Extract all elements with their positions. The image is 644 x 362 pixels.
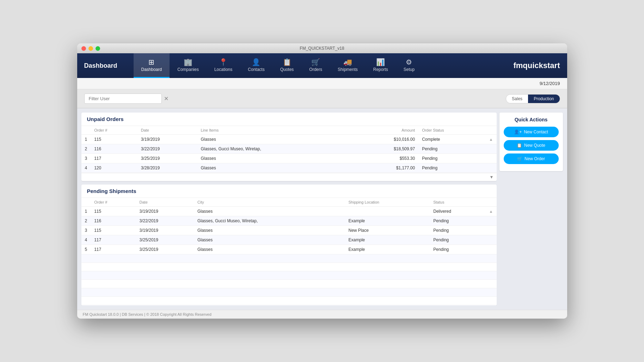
companies-icon: 🏢	[184, 59, 192, 66]
row-action	[486, 245, 497, 254]
pending-shipments-section: Pending Shipments Order # Date City Ship…	[81, 185, 497, 306]
minimize-button[interactable]	[88, 46, 93, 51]
nav-companies[interactable]: 🏢 Companies	[170, 53, 207, 78]
new-order-label: New Order	[525, 156, 545, 161]
line-items: Glasses, Gucci Museo, Wiretap,	[197, 144, 353, 154]
sub-header: 9/12/2019	[77, 78, 567, 89]
quick-actions-title: Quick Actions	[504, 117, 559, 122]
brand-name: fmquickstart	[513, 61, 560, 70]
unpaid-orders-section: Unpaid Orders Order # Date Line Items Am…	[81, 113, 497, 181]
nav-reports[interactable]: 📊 Reports	[366, 53, 396, 78]
col-order: Order #	[91, 198, 136, 207]
order-num: 115	[91, 226, 136, 235]
order-num: 120	[91, 163, 137, 173]
pending-shipments-title: Pending Shipments	[81, 185, 497, 198]
nav-locations[interactable]: 📍 Locations	[207, 53, 240, 78]
filter-clear-icon[interactable]: ✕	[164, 95, 168, 102]
empty-row	[81, 297, 497, 305]
row-num: 4	[81, 163, 91, 173]
row-num: 4	[81, 235, 91, 245]
nav-companies-label: Companies	[177, 67, 199, 72]
row-action	[486, 154, 497, 163]
filter-user-input[interactable]	[84, 93, 162, 104]
table-row[interactable]: 4 117 3/25/2019 Glasses Example Pending	[81, 235, 497, 245]
new-order-button[interactable]: 🛒 New Order	[504, 153, 559, 164]
col-date: Date	[136, 198, 194, 207]
table-row[interactable]: 2 116 3/22/2019 Glasses, Gucci Museo, Wi…	[81, 144, 497, 154]
status: Pending	[430, 245, 485, 254]
row-num: 1	[81, 135, 91, 144]
row-num: 2	[81, 144, 91, 154]
status: Pending	[430, 216, 485, 226]
order-date: 3/19/2019	[137, 135, 197, 144]
new-quote-button[interactable]: 📋 New Quote	[504, 140, 559, 151]
col-amount: Amount	[353, 126, 418, 135]
amount: $10,016.00	[353, 135, 418, 144]
nav-dashboard[interactable]: ⊞ Dashboard	[134, 53, 170, 78]
maximize-button[interactable]	[96, 46, 100, 51]
table-row[interactable]: 4 120 3/28/2019 Glasses $1,177.00 Pendin…	[81, 163, 497, 173]
row-action	[486, 235, 497, 245]
col-num	[81, 126, 91, 135]
window-title: FM_QUICKSTART_v18	[300, 46, 344, 51]
order-num: 115	[91, 207, 136, 216]
close-button[interactable]	[81, 46, 86, 51]
toggle-sales-button[interactable]: Sales	[506, 95, 528, 103]
pending-shipments-table: Order # Date City Shipping Location Stat…	[81, 198, 497, 306]
table-row[interactable]: 3 117 3/25/2019 Glasses $553.30 Pending	[81, 154, 497, 163]
title-bar: FM_QUICKSTART_v18	[77, 43, 567, 53]
table-row[interactable]: 5 117 3/25/2019 Glasses Example Pending	[81, 245, 497, 254]
new-quote-label: New Quote	[524, 143, 545, 148]
table-row[interactable]: 1 115 3/19/2019 Glasses Delivered ▲	[81, 207, 497, 216]
order-date: 3/25/2019	[136, 245, 194, 254]
unpaid-orders-title: Unpaid Orders	[81, 113, 497, 126]
nav-locations-label: Locations	[214, 67, 232, 72]
content-right: Quick Actions 👤+ New Contact 📋 New Quote…	[499, 113, 563, 306]
nav-bar: Dashboard ⊞ Dashboard 🏢 Companies 📍 Loca…	[77, 53, 567, 78]
table-row[interactable]: 1 115 3/19/2019 Glasses $10,016.00 Compl…	[81, 135, 497, 144]
nav-setup[interactable]: ⚙ Setup	[396, 53, 422, 78]
order-num: 116	[91, 216, 136, 226]
status: Pending	[430, 235, 485, 245]
nav-setup-label: Setup	[404, 67, 415, 72]
unpaid-scroll-down[interactable]: ▼	[81, 173, 497, 181]
nav-quotes[interactable]: 📋 Quotes	[272, 53, 302, 78]
line-items: Glasses	[197, 154, 353, 163]
row-num: 2	[81, 216, 91, 226]
contacts-icon: 👤	[252, 59, 260, 66]
status: Pending	[418, 144, 485, 154]
footer: FM Quickstart 18.0.0 | DB Services | © 2…	[77, 310, 567, 319]
order-date: 3/25/2019	[137, 154, 197, 163]
col-num	[81, 198, 91, 207]
row-num: 5	[81, 245, 91, 254]
order-date: 3/22/2019	[137, 144, 197, 154]
nav-orders[interactable]: 🛒 Orders	[301, 53, 330, 78]
new-contact-button[interactable]: 👤+ New Contact	[504, 127, 559, 137]
nav-contacts[interactable]: 👤 Contacts	[240, 53, 272, 78]
row-num: 1	[81, 207, 91, 216]
city: Glasses	[194, 235, 345, 245]
row-action: ▲	[486, 135, 497, 144]
nav-orders-label: Orders	[309, 67, 322, 72]
table-row[interactable]: 2 116 3/22/2019 Glasses, Gucci Museo, Wi…	[81, 216, 497, 226]
empty-row	[81, 263, 497, 271]
col-location: Shipping Location	[345, 198, 430, 207]
row-action	[486, 216, 497, 226]
nav-shipments[interactable]: 🚚 Shipments	[330, 53, 366, 78]
city: Glasses	[194, 245, 345, 254]
table-row[interactable]: 3 115 3/19/2019 Glasses New Place Pendin…	[81, 226, 497, 235]
app-name-label: Dashboard	[84, 62, 117, 70]
col-date: Date	[137, 126, 197, 135]
status: Pending	[430, 226, 485, 235]
chevron-down-icon: ▼	[490, 175, 494, 180]
row-num: 3	[81, 226, 91, 235]
row-num: 3	[81, 154, 91, 163]
toggle-production-button[interactable]: Production	[528, 95, 559, 103]
person-add-icon: 👤+	[514, 129, 522, 134]
col-action	[486, 198, 497, 207]
city: Glasses, Gucci Museo, Wiretap,	[194, 216, 345, 226]
empty-row	[81, 288, 497, 297]
reports-icon: 📊	[376, 59, 385, 66]
quotes-icon: 📋	[283, 59, 292, 66]
order-date: 3/28/2019	[137, 163, 197, 173]
